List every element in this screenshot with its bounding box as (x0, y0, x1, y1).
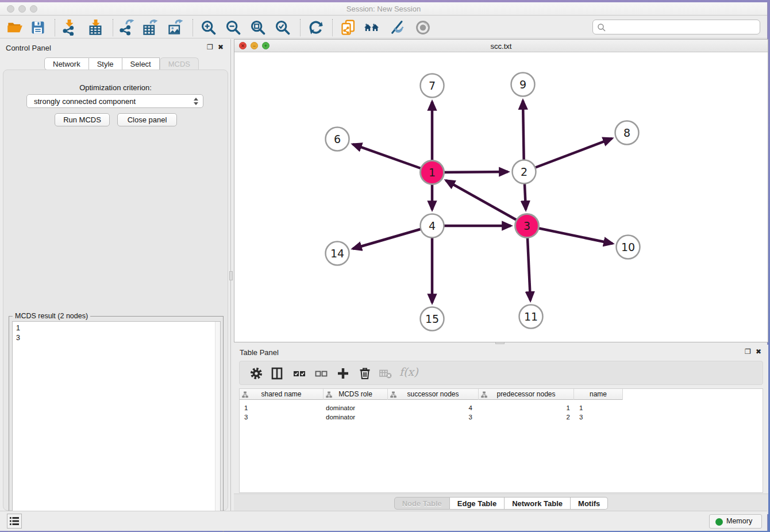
open-session-icon[interactable] (7, 20, 23, 36)
column-header-successor-nodes[interactable]: successor nodes (388, 389, 479, 400)
result-line: 1 (16, 323, 220, 333)
table-header-row: shared name MCDS role successor nodes pr… (240, 389, 623, 400)
zoom-out-icon[interactable] (225, 20, 241, 36)
export-network-icon[interactable] (118, 20, 134, 36)
memory-status-icon (715, 518, 723, 526)
network-view-window: ✕ − + scc.txt (234, 39, 768, 342)
export-table-icon[interactable] (142, 20, 158, 36)
network-canvas[interactable]: 7 9 6 8 1 2 4 3 14 10 15 11 (234, 52, 768, 342)
result-scrollbar[interactable] (215, 322, 220, 530)
mcds-result-list[interactable]: 1 3 (12, 321, 221, 530)
tab-motifs[interactable]: Motifs (571, 497, 608, 510)
column-header-mcds-role[interactable]: MCDS role (324, 389, 388, 400)
export-image-icon[interactable] (167, 20, 183, 36)
table-row[interactable]: 3 dominator 3 2 3 (240, 413, 625, 422)
add-column-icon[interactable] (336, 367, 350, 380)
control-panel-title: Control Panel (6, 44, 51, 52)
network-title: scc.txt (234, 42, 768, 51)
column-type-icon (390, 391, 396, 398)
column-header-shared-name[interactable]: shared name (240, 389, 324, 400)
vertical-splitter-grip[interactable] (229, 271, 233, 280)
delete-column-trash-icon[interactable] (358, 367, 372, 380)
select-all-icon[interactable] (292, 367, 306, 380)
control-panel: Control Panel ❐ ✖ Network Style Select M… (0, 39, 231, 514)
edge-3-10[interactable] (527, 226, 613, 244)
search-field[interactable] (592, 20, 760, 34)
table-row[interactable]: 1 dominator 4 1 1 (240, 403, 625, 413)
refresh-layout-icon[interactable] (308, 20, 324, 36)
function-builder-icon[interactable]: f(x) (399, 365, 418, 378)
cell-predecessor-nodes: 1 (481, 403, 570, 413)
clone-network-icon[interactable] (340, 20, 356, 36)
show-all-icon[interactable] (415, 20, 431, 36)
column-type-icon (242, 391, 248, 398)
graph-node-label: 4 (429, 219, 436, 232)
column-header-predecessor-nodes[interactable]: predecessor nodes (479, 389, 574, 400)
task-history-button[interactable] (7, 514, 22, 529)
column-type-icon (326, 391, 332, 398)
show-columns-icon[interactable] (270, 367, 284, 380)
zoom-in-icon[interactable] (201, 20, 217, 36)
mcds-panel: Optimization criterion: strongly connect… (3, 70, 228, 511)
memory-label: Memory (726, 517, 752, 525)
column-header-name[interactable]: name (574, 389, 623, 400)
zoom-fit-icon[interactable] (250, 20, 266, 36)
table-close-icon[interactable]: ✖ (756, 348, 763, 355)
graph-node-label: 10 (621, 241, 635, 253)
edge-3-1[interactable] (446, 180, 527, 226)
result-line: 3 (16, 333, 220, 343)
dropdown-stepper-icon (192, 97, 201, 106)
tab-select[interactable]: Select (122, 57, 160, 70)
tab-style[interactable]: Style (89, 57, 122, 70)
graph-edges (353, 101, 613, 303)
table-float-icon[interactable]: ❐ (745, 348, 752, 355)
graph-node-label: 2 (521, 165, 528, 178)
search-icon (597, 23, 606, 32)
window-title: Session: New Session (0, 5, 767, 13)
node-table: shared name MCDS role successor nodes pr… (239, 388, 763, 493)
table-toolbar: f(x) (239, 361, 763, 385)
table-panel-title: Table Panel (240, 348, 279, 357)
cell-mcds-role: dominator (326, 413, 355, 422)
list-icon (7, 514, 21, 528)
import-table-icon[interactable] (87, 20, 103, 36)
zoom-selected-icon[interactable] (275, 20, 291, 36)
graph-node-label: 15 (425, 313, 439, 325)
deselect-all-icon[interactable] (314, 367, 328, 380)
tab-node-table[interactable]: Node Table (394, 497, 450, 510)
run-mcds-button[interactable]: Run MCDS (55, 113, 110, 126)
cell-name: 3 (579, 413, 583, 422)
main-title-bar: Session: New Session (0, 2, 767, 16)
cell-name: 1 (579, 403, 583, 413)
table-panel: Table Panel ❐ ✖ (234, 345, 768, 514)
mcds-result-title: MCDS result (2 nodes) (13, 312, 90, 320)
tab-network[interactable]: Network (44, 57, 89, 70)
hide-selected-icon[interactable] (390, 20, 406, 36)
graph-node-label: 3 (523, 219, 530, 232)
main-toolbar (0, 16, 767, 38)
criterion-dropdown[interactable]: strongly connected component (26, 94, 203, 108)
search-input[interactable] (608, 21, 754, 33)
graph-node-label: 11 (524, 310, 538, 323)
network-graph: 7 9 6 8 1 2 4 3 14 10 15 11 (234, 52, 768, 342)
application-window: Session: New Session (0, 2, 768, 531)
mcds-result-group: MCDS result (2 nodes) 1 3 (9, 316, 224, 532)
float-panel-icon[interactable]: ❐ (207, 44, 214, 51)
first-neighbors-icon[interactable] (364, 20, 380, 36)
cell-successor-nodes: 4 (389, 403, 472, 413)
column-type-icon (481, 391, 487, 398)
close-panel-icon[interactable]: ✖ (218, 44, 225, 51)
save-session-icon[interactable] (30, 20, 46, 36)
cell-shared-name: 3 (244, 413, 248, 422)
tab-edge-table[interactable]: Edge Table (450, 497, 505, 510)
graph-node-label: 14 (330, 247, 344, 260)
table-settings-gear-icon[interactable] (249, 367, 263, 380)
close-panel-button[interactable]: Close panel (117, 113, 177, 126)
tab-network-table[interactable]: Network Table (505, 497, 571, 510)
memory-button[interactable]: Memory (709, 514, 762, 529)
delete-table-icon[interactable] (379, 367, 392, 380)
import-network-icon[interactable] (61, 20, 77, 36)
graph-node-label: 6 (334, 133, 341, 145)
network-title-bar: ✕ − + scc.txt (234, 40, 768, 52)
edge-2-8[interactable] (524, 138, 612, 172)
